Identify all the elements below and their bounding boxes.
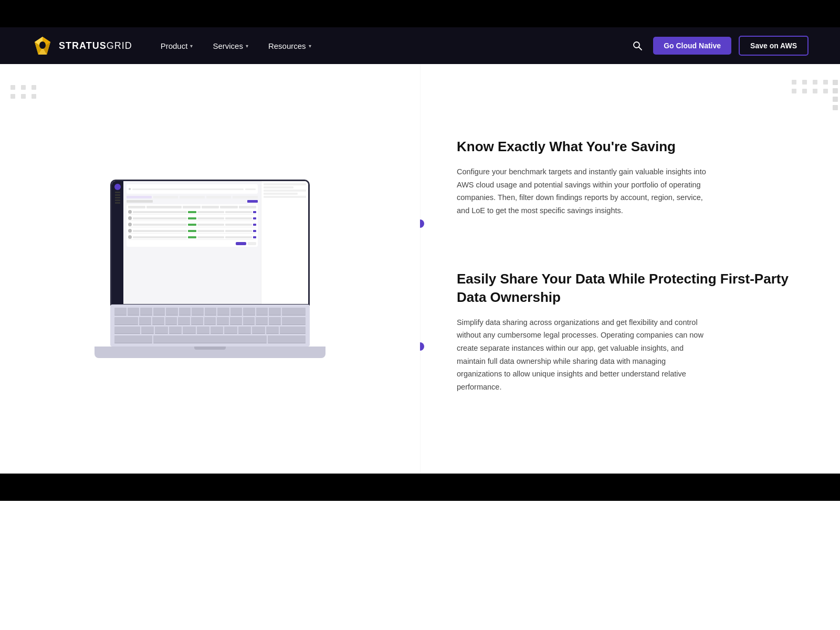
section-share-data: Easily Share Your Data While Protecting … bbox=[457, 249, 808, 394]
section1-title: Know Exactly What You're Saving bbox=[457, 138, 808, 156]
nav-links: Product ▾ Services ▾ Resources ▾ bbox=[153, 37, 319, 55]
main-content: Know Exactly What You're Saving Configur… bbox=[0, 64, 840, 474]
right-panel: Know Exactly What You're Saving Configur… bbox=[420, 64, 840, 474]
search-button[interactable] bbox=[629, 37, 646, 54]
nav-product[interactable]: Product ▾ bbox=[153, 37, 201, 55]
navbar-right: Go Cloud Native Save on AWS bbox=[629, 36, 808, 56]
laptop-screen bbox=[110, 180, 310, 306]
laptop-base bbox=[94, 346, 326, 358]
laptop-illustration bbox=[94, 180, 326, 358]
scrollbar-area bbox=[833, 80, 840, 110]
resources-chevron-icon: ▾ bbox=[309, 43, 311, 49]
section1-body: Configure your benchmark targets and ins… bbox=[457, 165, 709, 217]
product-chevron-icon: ▾ bbox=[190, 43, 193, 49]
app-sidebar bbox=[112, 181, 123, 304]
left-panel bbox=[0, 64, 420, 474]
svg-line-7 bbox=[639, 47, 642, 50]
section2-body: Simplify data sharing across organizatio… bbox=[457, 316, 709, 394]
logo-text: STRATUSGRID bbox=[59, 40, 132, 51]
app-right-panel bbox=[261, 181, 308, 304]
search-icon bbox=[632, 40, 643, 51]
navbar-left: STRATUSGRID Product ▾ Services ▾ Resourc… bbox=[32, 35, 319, 57]
go-cloud-native-button[interactable]: Go Cloud Native bbox=[653, 37, 731, 55]
section-know-saving: Know Exactly What You're Saving Configur… bbox=[457, 96, 808, 217]
navbar: STRATUSGRID Product ▾ Services ▾ Resourc… bbox=[0, 27, 840, 64]
section2-title: Easily Share Your Data While Protecting … bbox=[457, 270, 808, 307]
laptop-keyboard bbox=[110, 304, 310, 346]
logo[interactable]: STRATUSGRID bbox=[32, 35, 132, 57]
app-main-area bbox=[123, 181, 261, 304]
decorative-dots-left bbox=[10, 85, 38, 99]
top-bar bbox=[0, 0, 840, 27]
bottom-bar bbox=[0, 474, 840, 501]
logo-icon bbox=[32, 35, 54, 57]
services-chevron-icon: ▾ bbox=[246, 43, 248, 49]
save-on-aws-button[interactable]: Save on AWS bbox=[739, 36, 808, 56]
nav-resources[interactable]: Resources ▾ bbox=[261, 37, 319, 55]
svg-point-5 bbox=[39, 41, 46, 49]
svg-point-6 bbox=[634, 42, 639, 48]
decorative-dots-right bbox=[792, 80, 830, 93]
nav-services[interactable]: Services ▾ bbox=[205, 37, 256, 55]
